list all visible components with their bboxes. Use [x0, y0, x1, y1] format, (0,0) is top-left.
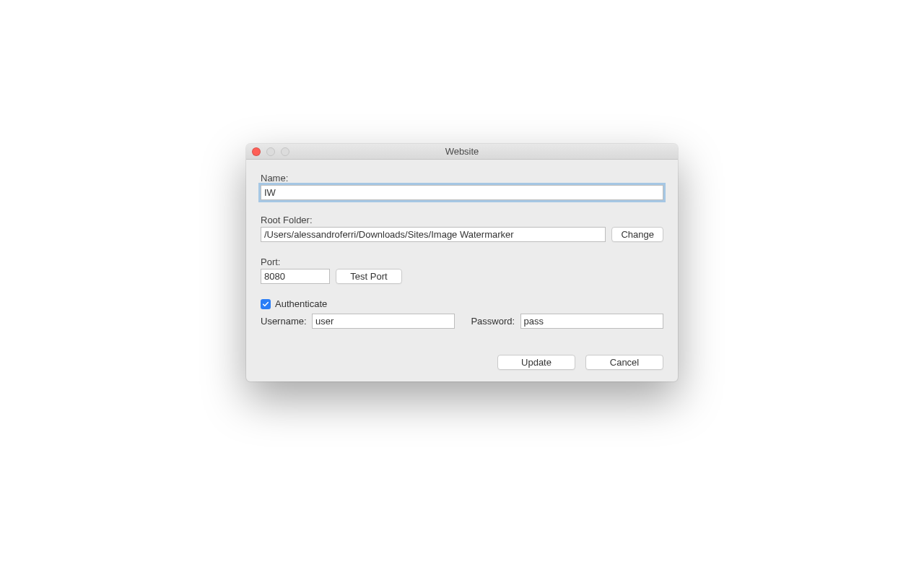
root-folder-group: Root Folder: Change [261, 215, 663, 242]
website-config-window: Website Name: Root Folder: Change Port: … [246, 144, 678, 381]
content-area: Name: Root Folder: Change Port: Test Por… [246, 160, 678, 381]
name-label: Name: [261, 173, 663, 184]
name-group: Name: [261, 173, 663, 200]
cancel-button[interactable]: Cancel [585, 355, 663, 370]
dialog-footer: Update Cancel [261, 355, 663, 370]
name-input[interactable] [261, 185, 663, 200]
username-input[interactable] [312, 314, 455, 329]
port-input[interactable] [261, 269, 330, 284]
auth-group: Authenticate Username: Password: [261, 298, 663, 329]
password-input[interactable] [520, 314, 663, 329]
username-label: Username: [261, 316, 306, 327]
root-folder-input[interactable] [261, 227, 606, 242]
port-label: Port: [261, 256, 663, 267]
port-group: Port: Test Port [261, 256, 663, 284]
update-button[interactable]: Update [497, 355, 575, 370]
window-title: Website [246, 146, 678, 157]
change-folder-button[interactable]: Change [611, 227, 663, 242]
titlebar: Website [246, 144, 678, 160]
check-icon [262, 301, 269, 308]
root-folder-label: Root Folder: [261, 215, 663, 225]
password-label: Password: [471, 316, 514, 327]
test-port-button[interactable]: Test Port [336, 269, 402, 284]
authenticate-label: Authenticate [275, 298, 327, 309]
authenticate-checkbox[interactable] [261, 299, 271, 309]
